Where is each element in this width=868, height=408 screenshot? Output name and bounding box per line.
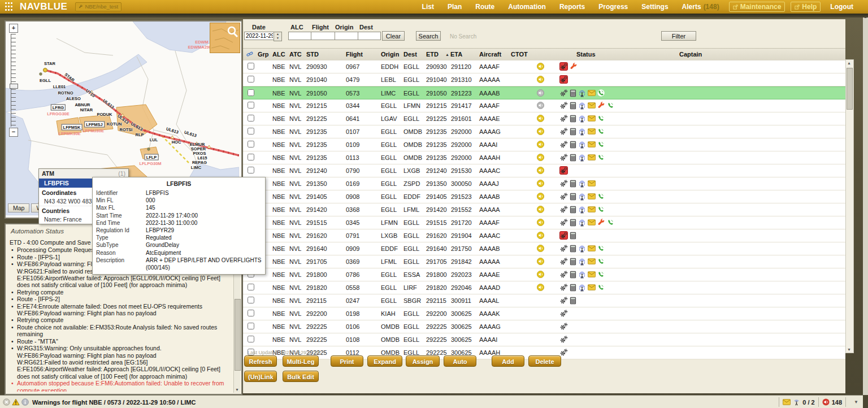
row-checkbox[interactable] — [248, 284, 254, 290]
gears-icon[interactable] — [559, 127, 568, 136]
phone-icon[interactable] — [597, 89, 605, 97]
gears-icon[interactable] — [559, 205, 568, 214]
gears-icon[interactable] — [559, 309, 568, 318]
radio-icon[interactable] — [578, 245, 586, 253]
gears-red-icon[interactable] — [559, 62, 568, 71]
radio-icon[interactable] — [578, 141, 586, 149]
row-checkbox[interactable] — [248, 323, 254, 329]
flight-row[interactable]: NBENVL2914200368EGLLLFML291420291552AAAA… — [243, 203, 845, 216]
phone-icon[interactable] — [597, 271, 605, 278]
nav-item-plan[interactable]: Plan — [441, 3, 468, 11]
nav-item-list[interactable]: List — [415, 3, 441, 11]
row-checkbox[interactable] — [248, 141, 254, 147]
gears-icon[interactable] — [559, 192, 568, 201]
zoom-out-button[interactable]: − — [9, 128, 18, 137]
table-scroll-down-icon[interactable]: ▼ — [846, 346, 852, 353]
airspace-label[interactable]: LFRG — [51, 105, 66, 111]
flight-row[interactable]: NBENVL2912400790EGLLLXGB291240291530AAAA… — [243, 164, 845, 177]
app-grid-icon[interactable] — [5, 2, 14, 11]
close-circle-icon[interactable] — [3, 398, 10, 406]
radio-icon[interactable] — [578, 206, 586, 214]
calculator-icon[interactable] — [570, 232, 576, 240]
radio-icon[interactable] — [578, 180, 586, 188]
envelope-icon[interactable] — [588, 206, 596, 212]
calculator-icon[interactable] — [570, 258, 576, 266]
date-input[interactable] — [244, 32, 275, 40]
gears-red-icon[interactable] — [559, 166, 568, 175]
flight-row[interactable]: NBENVL2922250108OMDBEGLL292225300625AAAA… — [243, 333, 845, 346]
flight-row[interactable]: NBENVL2918200558EGLLLIRF291820292046AAAA… — [243, 281, 845, 294]
flight-input[interactable] — [311, 32, 336, 40]
gears-icon[interactable] — [559, 140, 568, 149]
gears-icon[interactable] — [559, 244, 568, 253]
phone-icon[interactable] — [597, 115, 605, 122]
calculator-icon[interactable] — [570, 193, 576, 201]
group-link-icon[interactable] — [246, 51, 253, 58]
phone-icon[interactable] — [597, 206, 605, 213]
envelope-icon[interactable] — [588, 284, 596, 290]
gears-icon[interactable] — [559, 296, 568, 305]
radio-icon[interactable] — [578, 102, 586, 110]
flight-row[interactable]: NBENVL2922250106OMDBEGLL292225300625AAAA… — [243, 320, 845, 333]
flight-row[interactable]: NBENVL2915150345LFMNEGLL291515291720AAAA… — [243, 216, 845, 229]
bulkedit-button[interactable]: Bulk Edit — [283, 371, 319, 382]
map-tab-map[interactable]: Map — [8, 203, 29, 212]
delete-button[interactable]: Delete — [528, 355, 561, 367]
row-checkbox[interactable] — [248, 128, 254, 134]
envelope-icon[interactable] — [588, 128, 596, 134]
gears-icon[interactable] — [559, 179, 568, 188]
row-checkbox[interactable] — [248, 297, 254, 303]
flight-row[interactable]: NBENVL2921150247EGLLSBGR292115300911AAAA… — [243, 294, 845, 307]
radio-icon[interactable] — [578, 154, 586, 162]
auto-button[interactable]: Auto — [444, 355, 476, 367]
airspace-label[interactable]: LFPMSK — [62, 124, 83, 131]
radio-icon[interactable] — [578, 258, 586, 266]
row-checkbox[interactable] — [248, 63, 254, 70]
phone-icon[interactable] — [597, 128, 605, 135]
radio-icon[interactable] — [578, 284, 586, 292]
calculator-icon[interactable] — [570, 128, 576, 136]
zoom-slider-track[interactable] — [11, 34, 16, 127]
envelope-icon[interactable] — [588, 115, 596, 121]
radio-icon[interactable] — [578, 89, 586, 97]
column-header-ctot[interactable]: CTOT — [511, 49, 528, 60]
search-button[interactable]: Search — [416, 31, 441, 41]
row-checkbox[interactable] — [248, 76, 254, 83]
row-checkbox[interactable] — [248, 336, 254, 342]
gears-icon[interactable] — [559, 153, 568, 162]
automation-scroll-thumb[interactable] — [235, 299, 241, 370]
airspace-label[interactable]: LFLP — [145, 154, 159, 160]
gears-icon[interactable] — [559, 335, 568, 344]
column-header-flight[interactable]: Flight — [346, 49, 363, 60]
phone-icon[interactable] — [607, 102, 614, 109]
nav-item-reports[interactable]: Reports — [553, 3, 592, 11]
gears-red-icon[interactable] — [559, 75, 568, 84]
nav-item-progress[interactable]: Progress — [592, 3, 635, 11]
flight-row[interactable]: NBENVL2910500573LIMCEGLL291050291223AAAA… — [243, 86, 845, 99]
flight-row[interactable]: NBENVL2922000198KIAHEGLL292200300625AAAA… — [243, 307, 845, 320]
calculator-icon[interactable] — [570, 115, 576, 123]
calculator-icon[interactable] — [570, 141, 576, 149]
flight-row[interactable]: NBENVL2913500169EGLLZSPD291350300050AAAA… — [243, 177, 845, 190]
calculator-icon[interactable] — [570, 102, 576, 110]
column-header-status[interactable]: Status — [576, 49, 596, 60]
table-scroll-thumb[interactable] — [847, 68, 853, 110]
calculator-icon[interactable] — [570, 219, 576, 227]
expand-button[interactable]: Expand — [367, 355, 402, 367]
column-header-origin[interactable]: Origin — [381, 49, 399, 60]
envelope-icon[interactable] — [588, 141, 596, 147]
alerts-counter[interactable]: 148 — [822, 398, 842, 406]
gears-red-icon[interactable] — [559, 231, 568, 240]
calculator-icon[interactable] — [570, 271, 576, 279]
column-header-dest[interactable]: Dest — [403, 49, 417, 60]
column-header-std[interactable]: STD — [306, 49, 319, 60]
nav-item-alerts[interactable]: Alerts(148) — [675, 3, 726, 11]
envelope-icon[interactable] — [588, 271, 596, 277]
radio-icon[interactable] — [578, 271, 586, 279]
nav-item-maintenance[interactable]: Maintenance — [729, 2, 785, 12]
zoom-in-button[interactable]: + — [9, 24, 18, 33]
scroll-down-arrow-icon[interactable]: ▼ — [234, 387, 240, 393]
column-header-aircraft[interactable]: Aircraft — [479, 49, 501, 60]
add-button[interactable]: Add — [492, 355, 524, 367]
gears-icon[interactable] — [559, 89, 568, 97]
